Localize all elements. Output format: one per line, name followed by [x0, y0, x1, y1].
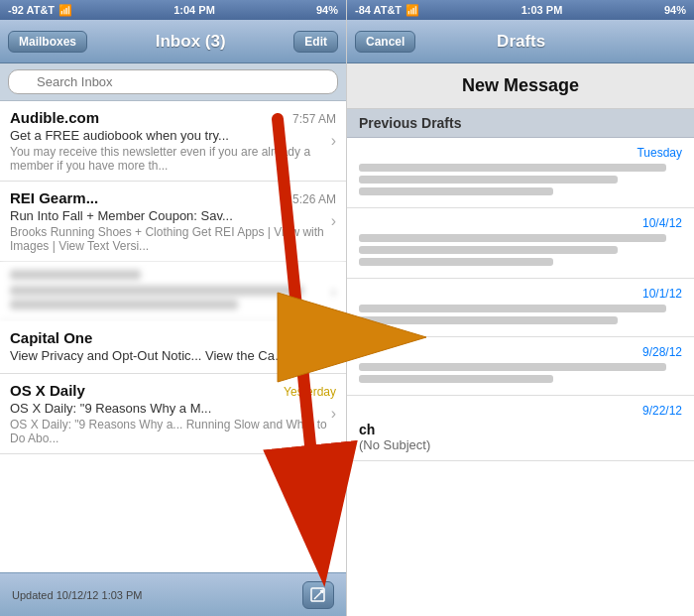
left-wifi-icon: 📶 — [58, 4, 72, 17]
right-battery: 94% — [664, 4, 686, 16]
right-status-right: 94% — [664, 4, 686, 16]
draft-subject-5: (No Subject) — [359, 437, 682, 452]
draft-date-1: Tuesday — [359, 146, 682, 160]
right-status-left: -84 AT&T 📶 — [355, 4, 419, 17]
chevron-icon-5: › — [331, 405, 336, 423]
edit-button[interactable]: Edit — [293, 31, 338, 53]
right-panel: -84 AT&T 📶 1:03 PM 94% Cancel Drafts New… — [347, 0, 694, 616]
email-header-4: Capital One Yesterday — [10, 329, 336, 346]
compose-icon — [309, 586, 327, 604]
right-status-bar: -84 AT&T 📶 1:03 PM 94% — [347, 0, 694, 20]
draft-line-2b — [359, 246, 618, 254]
draft-date-4: 9/28/12 — [359, 345, 682, 359]
search-input[interactable] — [8, 69, 338, 94]
email-sender-1: Audible.com — [10, 109, 99, 126]
email-subject-1: Get a FREE audiobook when you try... — [10, 128, 288, 143]
draft-date-5: 9/22/12 — [359, 404, 682, 418]
email-sender-2: REI Gearm... — [10, 189, 98, 206]
email-list: Audible.com 7:57 AM Get a FREE audiobook… — [0, 101, 346, 572]
email-header-1: Audible.com 7:57 AM — [10, 109, 336, 126]
email-subject-2: Run Into Fall + Member Coupon: Sav... — [10, 208, 288, 223]
draft-line-1b — [359, 176, 618, 184]
email-item-4[interactable]: Capital One Yesterday View Privacy and O… — [0, 321, 346, 374]
search-wrapper: 🔍 — [8, 69, 338, 94]
draft-item-4[interactable]: 9/28/12 — [347, 337, 694, 396]
left-time: 1:04 PM — [174, 4, 215, 16]
drafts-title: Drafts — [497, 32, 545, 52]
svg-line-2 — [316, 591, 322, 597]
draft-item-2[interactable]: 10/4/12 — [347, 208, 694, 279]
email-item-3[interactable]: › — [0, 262, 346, 321]
left-battery: 94% — [316, 4, 338, 16]
left-panel: -92 AT&T 📶 1:04 PM 94% Mailboxes Inbox (… — [0, 0, 347, 616]
draft-item-1[interactable]: Tuesday — [347, 138, 694, 208]
left-status-right: 94% — [316, 4, 338, 16]
draft-line-4a — [359, 363, 666, 371]
email-preview-1: You may receive this newsletter even if … — [10, 145, 336, 173]
chevron-icon-4: › — [331, 338, 336, 356]
draft-line-3a — [359, 305, 666, 312]
search-bar: 🔍 — [0, 63, 346, 101]
left-nav-bar: Mailboxes Inbox (3) Edit — [0, 20, 346, 63]
draft-line-3b — [359, 316, 618, 324]
draft-line-2c — [359, 258, 553, 266]
left-status-left: -92 AT&T 📶 — [8, 4, 72, 17]
right-time: 1:03 PM — [521, 4, 563, 16]
update-text: Updated 10/12/12 1:03 PM — [12, 589, 142, 601]
email-sender-4: Capital One — [10, 329, 92, 346]
email-time-5: Yesterday — [284, 385, 336, 399]
previous-drafts-header: Previous Drafts — [347, 109, 694, 138]
compose-button[interactable] — [302, 581, 334, 609]
email-subject-5: OS X Daily: "9 Reasons Why a M... — [10, 401, 288, 416]
mailboxes-button[interactable]: Mailboxes — [8, 31, 87, 53]
email-item-2[interactable]: REI Gearm... 5:26 AM Run Into Fall + Mem… — [0, 182, 346, 262]
inbox-title: Inbox (3) — [156, 32, 226, 52]
chevron-icon-2: › — [331, 212, 336, 230]
draft-line-1c — [359, 187, 553, 195]
draft-sender-5: ch — [359, 422, 682, 437]
draft-item-3[interactable]: 10/1/12 — [347, 279, 694, 337]
left-carrier: -92 AT&T — [8, 4, 55, 16]
email-header-2: REI Gearm... 5:26 AM — [10, 189, 336, 206]
draft-line-4b — [359, 375, 553, 383]
chevron-icon-3: › — [331, 283, 336, 301]
email-time-1: 7:57 AM — [292, 112, 336, 126]
email-time-4: Yesterday — [284, 332, 336, 346]
left-status-bar: -92 AT&T 📶 1:04 PM 94% — [0, 0, 346, 20]
draft-item-5[interactable]: 9/22/12 ch (No Subject) — [347, 396, 694, 461]
drafts-list: Tuesday 10/4/12 10/1/12 9/28/12 9/22/12 — [347, 138, 694, 616]
left-bottom-bar: Updated 10/12/12 1:03 PM — [0, 572, 346, 616]
right-nav-bar: Cancel Drafts — [347, 20, 694, 63]
email-preview-2: Brooks Running Shoes + Clothing Get REI … — [10, 225, 336, 253]
email-subject-4: View Privacy and Opt-Out Notic... View t… — [10, 348, 288, 363]
right-wifi-icon: 📶 — [405, 4, 419, 17]
draft-date-3: 10/1/12 — [359, 287, 682, 301]
email-item-1[interactable]: Audible.com 7:57 AM Get a FREE audiobook… — [0, 101, 346, 182]
draft-date-2: 10/4/12 — [359, 216, 682, 230]
email-time-2: 5:26 AM — [292, 192, 336, 206]
svg-line-1 — [314, 597, 316, 599]
chevron-icon-1: › — [331, 132, 336, 150]
cancel-button[interactable]: Cancel — [355, 31, 415, 53]
email-sender-5: OS X Daily — [10, 382, 85, 399]
right-carrier: -84 AT&T — [355, 4, 402, 16]
svg-line-4 — [322, 590, 323, 593]
draft-line-1a — [359, 164, 666, 172]
new-message-header[interactable]: New Message — [347, 63, 694, 109]
email-header-5: OS X Daily Yesterday — [10, 382, 336, 399]
email-item-5[interactable]: OS X Daily Yesterday OS X Daily: "9 Reas… — [0, 374, 346, 454]
draft-line-2a — [359, 234, 666, 242]
email-preview-5: OS X Daily: "9 Reasons Why a... Running … — [10, 418, 336, 445]
